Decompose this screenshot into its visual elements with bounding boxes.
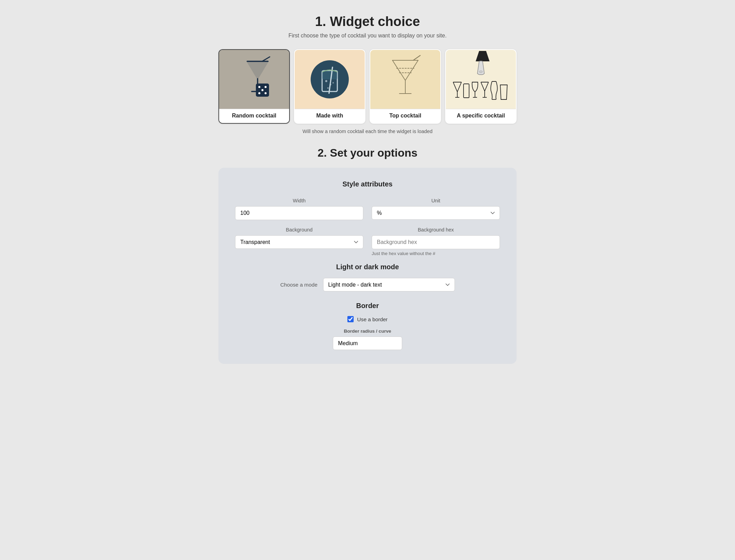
card-specific[interactable]: A specific cocktail [445, 49, 517, 124]
svg-point-6 [258, 86, 260, 88]
svg-line-4 [262, 57, 270, 61]
card-random-label: Random cocktail [219, 109, 289, 123]
width-label: Width [235, 198, 363, 203]
made-with-icon [309, 53, 351, 105]
svg-line-30 [457, 82, 461, 92]
top-cocktail-icon [383, 53, 428, 106]
use-border-label[interactable]: Use a border [357, 316, 388, 322]
page-subtitle: First choose the type of cocktail you wa… [218, 33, 517, 39]
svg-point-16 [330, 84, 331, 86]
border-radius-select[interactable]: None Small Medium Large Full [333, 336, 402, 350]
border-radius-group: Border radius / curve None Small Medium … [235, 329, 500, 350]
svg-point-17 [327, 87, 329, 89]
svg-point-9 [258, 92, 260, 94]
background-hex-input[interactable] [372, 235, 500, 249]
unit-group: Unit % px em rem [372, 198, 500, 220]
svg-line-24 [413, 55, 420, 60]
card-random-image [219, 50, 289, 109]
mode-row: Choose a mode Light mode - dark text Dar… [235, 278, 500, 291]
width-input[interactable] [235, 206, 363, 220]
card-made-with-label: Made with [295, 109, 365, 123]
card-made-with[interactable]: Made with [294, 49, 365, 124]
svg-marker-1 [247, 61, 268, 79]
svg-line-21 [405, 60, 418, 80]
page-title: 1. Widget choice [218, 14, 517, 29]
unit-select[interactable]: % px em rem [372, 206, 500, 220]
background-hex-group: Background hex Just the hex value withou… [372, 227, 500, 256]
card-top-image [370, 50, 440, 109]
light-dark-title: Light or dark mode [235, 263, 500, 271]
use-border-row: Use a border [235, 316, 500, 322]
svg-line-29 [453, 82, 457, 92]
page-wrapper: 1. Widget choice First choose the type o… [218, 14, 517, 364]
border-section: Border Use a border Border radius / curv… [235, 302, 500, 350]
svg-point-15 [325, 80, 327, 82]
widget-choice-cards: Random cocktail [218, 49, 517, 124]
svg-point-10 [265, 92, 267, 94]
svg-line-37 [481, 82, 485, 91]
choose-mode-label: Choose a mode [280, 282, 317, 288]
border-radius-label: Border radius / curve [344, 329, 391, 334]
border-title: Border [235, 302, 500, 310]
svg-point-27 [479, 71, 483, 73]
section2-title: 2. Set your options [218, 147, 517, 159]
svg-rect-33 [464, 84, 469, 98]
background-group: Background Transparent White Black Custo… [235, 227, 363, 256]
options-panel: Style attributes Width Unit % px em rem … [218, 168, 517, 364]
card-top[interactable]: Top cocktail [370, 49, 441, 124]
svg-rect-13 [322, 71, 337, 79]
background-row: Background Transparent White Black Custo… [235, 227, 500, 256]
svg-point-8 [261, 89, 263, 91]
svg-line-20 [392, 60, 405, 80]
specific-cocktail-icon [450, 51, 512, 108]
svg-point-7 [265, 86, 267, 88]
random-cocktail-icon [232, 55, 277, 104]
svg-point-18 [332, 82, 334, 84]
card-hint-text: Will show a random cocktail each time th… [218, 129, 517, 134]
background-hex-label: Background hex [372, 227, 500, 233]
mode-select[interactable]: Light mode - dark text Dark mode - light… [323, 278, 455, 291]
style-attributes-title: Style attributes [235, 180, 500, 188]
mode-select-wrap: Light mode - dark text Dark mode - light… [323, 278, 455, 291]
width-group: Width [235, 198, 363, 220]
unit-label: Unit [372, 198, 500, 203]
card-made-with-image [295, 50, 365, 109]
use-border-checkbox[interactable] [347, 316, 354, 322]
background-hex-hint: Just the hex value without the # [372, 251, 500, 256]
width-unit-row: Width Unit % px em rem [235, 198, 500, 220]
card-specific-image [446, 50, 516, 109]
card-top-label: Top cocktail [370, 109, 440, 123]
card-specific-label: A specific cocktail [446, 109, 516, 123]
background-select[interactable]: Transparent White Black Custom [235, 235, 363, 249]
card-random[interactable]: Random cocktail [218, 49, 290, 124]
background-label: Background [235, 227, 363, 233]
svg-line-38 [485, 82, 488, 91]
